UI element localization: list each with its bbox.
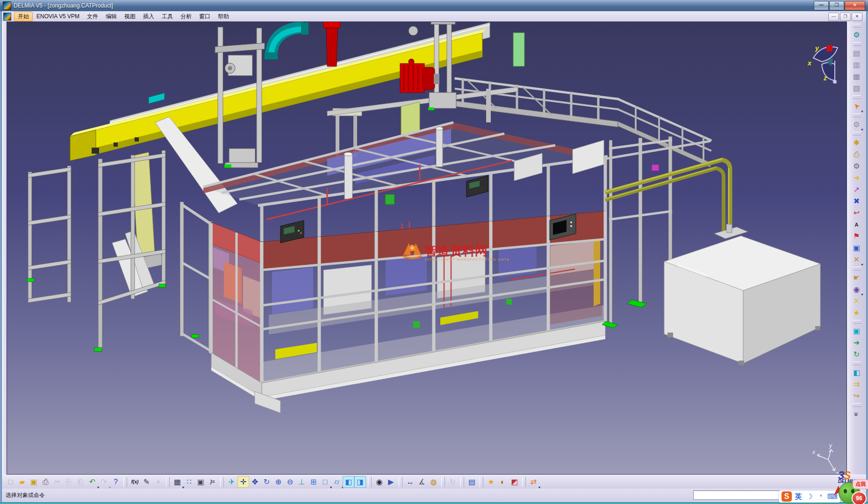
player-button[interactable]: ▶ [385, 476, 397, 488]
save-state-icon[interactable]: ▣ [851, 325, 863, 337]
mdi-minimize-button[interactable]: — [828, 13, 839, 21]
simulation-camera-icon[interactable]: ◉ [851, 284, 863, 295]
text-rule-button[interactable]: A [152, 476, 164, 488]
save-button[interactable]: ▣ [28, 476, 40, 488]
menu-edit[interactable]: 编辑 [102, 12, 121, 21]
toolbar-separator [123, 477, 127, 487]
equivalent-dimensions-button[interactable]: }= [207, 476, 218, 488]
triad-y-label: y [829, 442, 832, 449]
copy-button[interactable]: ⎘ [63, 476, 75, 488]
menu-view[interactable]: 视图 [121, 12, 139, 21]
sogou-logo[interactable]: S [782, 491, 792, 502]
macro-select-icon[interactable]: ⚙ [851, 119, 863, 130]
import-product-icon[interactable]: ➜ [851, 172, 863, 184]
design-table-button[interactable]: ▦ [172, 476, 183, 488]
mascot-eye-left [844, 489, 847, 493]
ime-language-toggle[interactable]: 英 [794, 491, 803, 502]
lock-button[interactable]: ▣ [195, 476, 207, 488]
undo-button[interactable]: ↶ [86, 476, 98, 488]
paste-button[interactable]: ⎗ [75, 476, 86, 488]
diagram-box-icon[interactable]: ▣ [851, 242, 863, 254]
comment-button[interactable]: ✎ [141, 476, 152, 488]
mascot-bubble[interactable]: 点我 [853, 479, 868, 489]
axis-box-icon[interactable]: ◧ [851, 367, 863, 378]
graph-cubes-button[interactable]: ◩ [509, 476, 520, 488]
hide-show-button[interactable]: ◧ [343, 476, 354, 488]
dual-gear-icon[interactable]: ⚙ [851, 160, 863, 172]
update-refresh-button[interactable]: ↻ [447, 476, 459, 488]
normal-view-button[interactable]: ⊥ [296, 476, 308, 488]
knowledge-book-button[interactable]: ▤ [466, 476, 478, 488]
window-title: DELMIA V5 - [zongzhuang.CATProduct] [14, 2, 113, 9]
menu-window[interactable]: 窗口 [195, 12, 214, 21]
swap-space-button[interactable]: ◨ [354, 476, 366, 488]
list-export-icon[interactable]: ↪ [851, 390, 863, 402]
menu-file[interactable]: 文件 [83, 12, 102, 21]
measure-item-button[interactable]: ∡ [416, 476, 428, 488]
iso-view-button[interactable]: □ [319, 476, 331, 488]
menu-start[interactable]: 开始 [14, 12, 33, 21]
workbench-icon[interactable]: ⚙ [851, 29, 863, 41]
maximize-button[interactable]: ❐ [829, 1, 844, 10]
toolbar-separator [853, 403, 861, 407]
menu-enovia-v5-vpm[interactable]: ENOVIA V5 VPM [33, 12, 83, 21]
menu-help[interactable]: 帮助 [214, 12, 233, 21]
product-options-icon[interactable]: ▧ [851, 82, 863, 94]
more-tools-chevron[interactable]: » [851, 408, 863, 420]
status-bar: 选择对象或命令 [2, 489, 866, 502]
zoom-in-button[interactable]: ⊕ [273, 476, 284, 488]
new-document-button[interactable]: □ [5, 476, 16, 488]
apply-material-button[interactable]: ★ [485, 476, 497, 488]
menu-analyze[interactable]: 分析 [177, 12, 195, 21]
zoom-out-button[interactable]: ⊖ [284, 476, 296, 488]
formula-button[interactable]: f(x) [129, 476, 141, 488]
menu-insert[interactable]: 插入 [139, 12, 158, 21]
ime-skin-icon[interactable]: ☽ [805, 491, 814, 502]
rotate-button[interactable]: ↻ [261, 476, 273, 488]
product-search-icon[interactable]: ▥ [851, 59, 863, 71]
product-filter-icon[interactable]: ▦ [851, 71, 863, 82]
capture-camera-button[interactable]: ◉ [373, 476, 385, 488]
render-style-button[interactable]: ⌭ [331, 476, 343, 488]
cut-button[interactable]: ✂ [51, 476, 63, 488]
doc-gear-icon[interactable]: ⎙ [851, 149, 863, 160]
revert-list-icon[interactable]: ↩ [851, 207, 863, 219]
menu-tools[interactable]: 工具 [158, 12, 177, 21]
measure-between-button[interactable]: ↔ [404, 476, 416, 488]
measure-inertia-button[interactable]: ◍ [428, 476, 439, 488]
close-button[interactable]: ✕ [845, 1, 865, 10]
hand-build-icon[interactable]: ☛ [851, 272, 863, 284]
flag-note-icon[interactable]: ⚑ [851, 230, 863, 242]
minimize-button[interactable]: — [814, 1, 829, 10]
yellow-cross-icon[interactable]: ✕ [851, 295, 863, 307]
fit-all-in-button[interactable]: ✛ [237, 476, 249, 488]
fly-mode-button[interactable]: ✈ [226, 476, 237, 488]
mdi-restore-button[interactable]: ❐ [840, 13, 851, 21]
title-bar[interactable]: DELMIA V5 - [zongzhuang.CATProduct] — ❐ … [0, 0, 868, 11]
structure-button[interactable]: ∷ [183, 476, 195, 488]
select-cursor-icon[interactable]: ➤ [851, 100, 863, 112]
mdi-close-button[interactable]: ✕ [852, 13, 862, 21]
3d-viewport[interactable]: 智造资料网 INTELLIGENT MANUFACTURING DATA x y… [7, 21, 847, 475]
whats-this-button[interactable]: ? [110, 476, 122, 488]
smart-part-icon[interactable]: ✱ [851, 137, 863, 149]
light-render-button[interactable]: ◐ [497, 476, 509, 488]
green-column [513, 33, 524, 66]
print-button[interactable]: ⎙ [40, 476, 51, 488]
open-button[interactable]: ▰ [16, 476, 28, 488]
annotation-frame-icon[interactable]: A [851, 219, 863, 230]
export-axis-icon[interactable]: ↗ [851, 184, 863, 195]
pan-button[interactable]: ✥ [249, 476, 261, 488]
notification-badge[interactable]: 96 [852, 491, 867, 504]
xn-gear-icon[interactable]: ✕ [851, 254, 863, 265]
multi-view-button[interactable]: ⊞ [308, 476, 319, 488]
save-apply-icon[interactable]: ➜ [851, 337, 863, 348]
redo-button[interactable]: ↷ [98, 476, 110, 488]
ime-punctuation-icon[interactable]: ’ [816, 491, 825, 502]
new-material-icon[interactable]: ★ [851, 307, 863, 319]
save-refresh-icon[interactable]: ↻ [851, 348, 863, 360]
axis-arrows-icon[interactable]: ⇉ [851, 378, 863, 390]
dmu-exchange-button[interactable]: ⇄ [528, 476, 539, 488]
constraints-icon[interactable]: ✖ [851, 195, 863, 207]
catalog-browser-icon[interactable]: ▤ [851, 47, 863, 59]
